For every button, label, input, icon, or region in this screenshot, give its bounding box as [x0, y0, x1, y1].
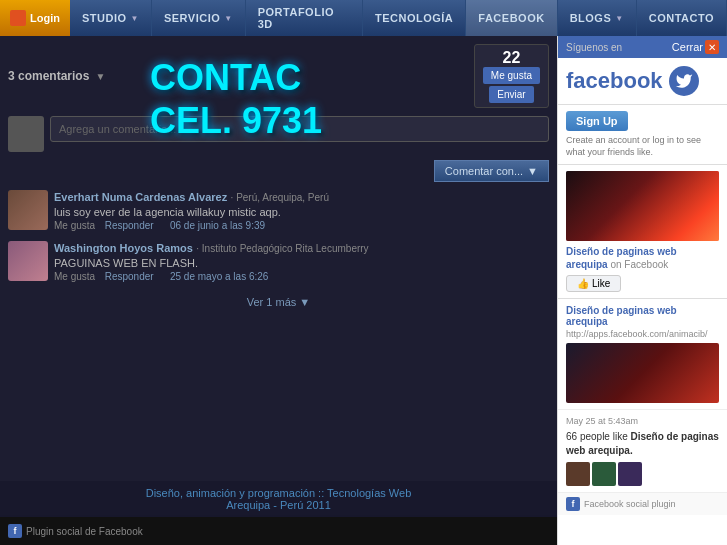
dropdown-icon: ▼ — [527, 165, 538, 177]
fb-link-section: Diseño de paginas web arequipa http://ap… — [558, 299, 727, 410]
footer-text: Diseño, animación y programación :: Tecn… — [0, 481, 557, 517]
fb-sidebar-header: Síguenos en Cerrar ✕ — [558, 36, 727, 58]
fb-mini-avatar — [566, 462, 590, 486]
comment-body-2: Washington Hoyos Ramos · Instituto Pedag… — [54, 241, 549, 282]
comment-input-area: Agrega un comentario... — [8, 116, 549, 152]
fb-scroll-section[interactable]: Diseño de paginas web arequipa http://ap… — [558, 299, 727, 545]
ver-mas-button[interactable]: Ver 1 más ▼ — [8, 292, 549, 312]
nav-item-tecnologia[interactable]: TECNOLOGÍA — [363, 0, 466, 36]
plugin-label: Plugin social de Facebook — [26, 526, 143, 537]
nav-item-blogs[interactable]: BLOGS ▼ — [558, 0, 637, 36]
fb-post-text: 66 people like Diseño de paginas web are… — [566, 430, 719, 458]
nav-item-portafolio[interactable]: PORTAFOLIO 3D — [246, 0, 363, 36]
comments-header: 3 comentarios ▼ 22 Me gusta Enviar — [8, 44, 549, 108]
send-button[interactable]: Enviar — [489, 86, 533, 103]
comment-actions-2: Me gusta Responder 25 de mayo a las 6:26 — [54, 271, 549, 282]
chevron-down-icon: ▼ — [615, 14, 623, 23]
bottom-bar: f Plugin social de Facebook — [0, 517, 557, 545]
comment-avatar-1 — [8, 190, 48, 230]
fb-link-name: Diseño de paginas web arequipa — [566, 305, 719, 327]
comment-input[interactable]: Agrega un comentario... — [50, 116, 549, 142]
comment-actions-1: Me gusta Responder 06 de junio a las 9:3… — [54, 220, 549, 231]
comments-count: 3 comentarios — [8, 69, 89, 83]
comment-author-1: Everhart Numa Cardenas Alvarez — [54, 191, 227, 203]
comment-body-1: Everhart Numa Cardenas Alvarez · Perú, A… — [54, 190, 549, 231]
comment-item: Washington Hoyos Ramos · Instituto Pedag… — [8, 241, 549, 282]
fb-page-thumbnail — [566, 171, 719, 241]
facebook-icon: f — [8, 524, 22, 538]
chevron-down-icon: ▼ — [299, 296, 310, 308]
fb-logo-area: facebook — [558, 58, 727, 105]
comments-section: 3 comentarios ▼ 22 Me gusta Enviar A — [0, 36, 557, 515]
login-button[interactable]: Login — [0, 0, 70, 36]
fb-link-url[interactable]: http://apps.facebook.com/animacib/ — [566, 329, 719, 339]
comment-item: Everhart Numa Cardenas Alvarez · Perú, A… — [8, 190, 549, 231]
siguenos-label: Síguenos en — [566, 42, 622, 53]
fb-post-section: May 25 at 5:43am 66 people like Diseño d… — [558, 410, 727, 493]
fb-bird-icon — [669, 66, 699, 96]
navbar: Login STUDIO ▼ SERVICIO ▼ PORTAFOLIO 3D … — [0, 0, 727, 36]
login-label: Login — [30, 12, 60, 24]
like-button[interactable]: Me gusta — [483, 67, 540, 84]
comment-location-1: · Perú, Arequipa, Perú — [231, 192, 329, 203]
fb-post-date: May 25 at 5:43am — [566, 416, 719, 426]
nav-items: STUDIO ▼ SERVICIO ▼ PORTAFOLIO 3D TECNOL… — [70, 0, 727, 36]
comment-button-row: Comentar con... ▼ — [8, 160, 549, 182]
comment-avatar-2 — [8, 241, 48, 281]
fb-signup-button[interactable]: Sign Up — [566, 111, 628, 131]
fb-mini-avatar — [592, 462, 616, 486]
fb-page-section: Diseño de paginas web arequipa on Facebo… — [558, 165, 727, 299]
home-icon — [10, 10, 26, 26]
like-count: 22 — [503, 49, 521, 67]
main-area: CONTAC CEL. 9731 3 comentarios ▼ 22 Me g… — [0, 36, 727, 545]
comment-location-2: · Instituto Pedagógico Rita Lecumberry — [196, 243, 368, 254]
facebook-sidebar: Síguenos en Cerrar ✕ facebook Sign Up Cr… — [557, 36, 727, 545]
fb-like-button[interactable]: 👍 Like — [566, 275, 621, 292]
fb-logo-text: facebook — [566, 68, 663, 94]
comment-author-2: Washington Hoyos Ramos — [54, 242, 193, 254]
fb-social-plugin: f Facebook social plugin — [558, 493, 727, 515]
user-avatar-placeholder — [8, 116, 44, 152]
comentar-button[interactable]: Comentar con... ▼ — [434, 160, 549, 182]
chevron-down-icon: ▼ — [131, 14, 139, 23]
fb-link-thumbnail — [566, 343, 719, 403]
nav-item-facebook[interactable]: FACEBOOK — [466, 0, 557, 36]
nav-item-contacto[interactable]: CONTACTO — [637, 0, 727, 36]
fb-page-name: Diseño de paginas web arequipa on Facebo… — [566, 245, 719, 271]
fb-avatars-row — [566, 462, 719, 486]
fb-signup-area: Sign Up Create an account or log in to s… — [558, 105, 727, 165]
nav-item-servicio[interactable]: SERVICIO ▼ — [152, 0, 246, 36]
chevron-down-icon: ▼ — [224, 14, 232, 23]
close-icon: ✕ — [705, 40, 719, 54]
comment-text-1: luis soy ever de la agencia willakuy mis… — [54, 206, 549, 218]
nav-item-studio[interactable]: STUDIO ▼ — [70, 0, 152, 36]
comments-dropdown-icon[interactable]: ▼ — [95, 71, 105, 82]
fb-signup-text: Create an account or log in to see what … — [566, 135, 719, 158]
left-panel: CONTAC CEL. 9731 3 comentarios ▼ 22 Me g… — [0, 36, 557, 545]
comment-text-2: PAGUINAS WEB EN FLASH. — [54, 257, 549, 269]
facebook-icon: f — [566, 497, 580, 511]
fb-mini-avatar — [618, 462, 642, 486]
cerrar-button[interactable]: Cerrar ✕ — [672, 40, 719, 54]
